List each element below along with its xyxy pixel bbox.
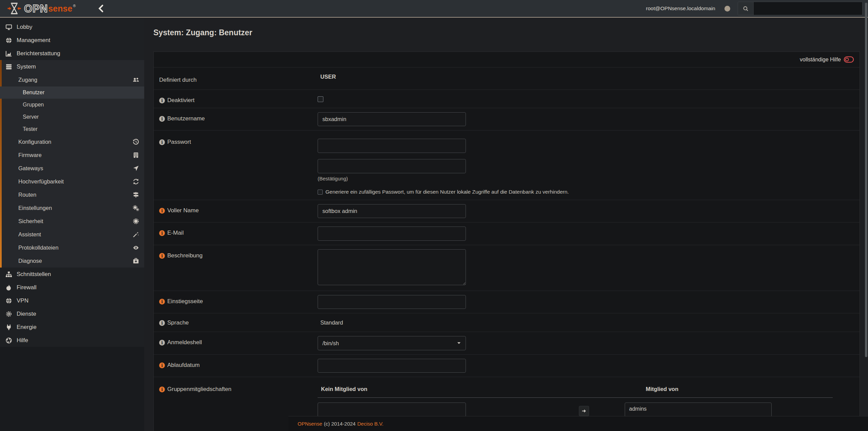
- row-fullname: i Voller Name: [154, 200, 860, 222]
- expires-input[interactable]: [318, 359, 466, 373]
- users-icon: [133, 77, 139, 83]
- logo-text-opn: OPN: [24, 3, 48, 14]
- info-icon[interactable]: i: [159, 116, 165, 122]
- list-item[interactable]: admins: [625, 404, 771, 414]
- fullname-input[interactable]: [318, 204, 466, 218]
- firmware-icon: [133, 152, 139, 158]
- info-icon[interactable]: i: [159, 299, 165, 305]
- desktop-icon: [5, 24, 12, 31]
- fire-icon: [5, 284, 12, 291]
- server-icon: [5, 63, 12, 70]
- footer-copyright: (c) 2014-2024: [324, 421, 356, 427]
- sidebar-item-einstellungen[interactable]: Einstellungen: [0, 201, 144, 215]
- username-input[interactable]: [318, 112, 466, 126]
- sidebar-item-diagnose[interactable]: Diagnose: [0, 254, 144, 268]
- defined-by-value: USER: [318, 74, 336, 80]
- row-comment: i Beschreibung: [154, 245, 860, 291]
- status-indicator[interactable]: [724, 6, 730, 12]
- main-content: System: Zugang: Benutzer vollständige Hi…: [144, 18, 868, 431]
- sidebar-item-konfiguration[interactable]: Konfiguration: [0, 135, 144, 149]
- info-icon[interactable]: i: [159, 320, 165, 326]
- globe-icon: [5, 37, 12, 44]
- info-icon[interactable]: i: [159, 387, 165, 392]
- sidebar-item-dienste[interactable]: Dienste: [0, 307, 144, 320]
- sidebar-item-berichterstattung[interactable]: Berichterstattung: [0, 47, 144, 60]
- sidebar-menu: Lobby Management Berichterstattung Syste…: [0, 18, 144, 347]
- email-input[interactable]: [318, 227, 466, 241]
- globe-icon: [5, 297, 12, 304]
- info-icon[interactable]: i: [159, 208, 165, 214]
- scrollbar-thumb[interactable]: [865, 3, 867, 357]
- opnsense-logo[interactable]: OPN sense ®: [7, 2, 76, 15]
- info-icon[interactable]: i: [159, 363, 165, 368]
- plug-icon: [5, 324, 12, 331]
- comment-textarea[interactable]: [318, 249, 466, 285]
- disabled-checkbox[interactable]: [318, 96, 323, 102]
- logo-text-sense: sense: [48, 4, 72, 13]
- add-to-group-button[interactable]: [579, 406, 589, 416]
- opnsense-hourglass-icon: [7, 2, 21, 15]
- sidebar-item-lobby[interactable]: Lobby: [0, 20, 144, 34]
- sidebar-collapse-button[interactable]: [97, 4, 106, 13]
- sidebar-item-protokolldateien[interactable]: Protokolldateien: [0, 241, 144, 254]
- sidebar-item-benutzer[interactable]: Benutzer: [0, 86, 144, 99]
- medkit-icon: [133, 258, 139, 264]
- info-icon[interactable]: i: [159, 340, 165, 346]
- sidebar-item-hochverfuegbarkeit[interactable]: Hochverfügbarkeit: [0, 175, 144, 188]
- generate-password-checkbox[interactable]: [318, 190, 323, 195]
- sidebar-item-assistent[interactable]: Assistent: [0, 228, 144, 241]
- sidebar-item-sicherheit[interactable]: Sicherheit: [0, 215, 144, 228]
- landing-page-input[interactable]: [318, 295, 466, 309]
- sidebar-item-gateways[interactable]: Gateways: [0, 162, 144, 175]
- full-help-label: vollständige Hilfe: [800, 57, 841, 63]
- row-defined-by: Definiert durch USER: [154, 67, 860, 90]
- info-icon[interactable]: i: [159, 139, 165, 145]
- footer-deciso-link[interactable]: Deciso B.V.: [357, 421, 383, 427]
- sidebar-item-firmware[interactable]: Firmware: [0, 149, 144, 162]
- sidebar-item-zugang[interactable]: Zugang: [0, 73, 144, 86]
- sidebar-item-tester[interactable]: Tester: [0, 123, 144, 135]
- search-box: [738, 2, 863, 15]
- user-form-panel: vollständige Hilfe Definiert durch USER …: [153, 52, 860, 431]
- info-icon[interactable]: i: [159, 253, 165, 259]
- sync-icon: [133, 178, 139, 185]
- search-input[interactable]: [754, 2, 862, 15]
- sidebar-expanded-system: System Zugang Benutzer Gruppen Server Te…: [0, 60, 144, 268]
- life-ring-icon: [5, 337, 12, 344]
- sidebar-item-management[interactable]: Management: [0, 34, 144, 47]
- password-input[interactable]: [318, 139, 466, 153]
- sidebar-item-system[interactable]: System: [0, 60, 144, 73]
- sidebar-item-server[interactable]: Server: [0, 111, 144, 123]
- topbar-right: root@OPNsense.localdomain: [646, 2, 863, 15]
- chart-area-icon: [5, 50, 12, 57]
- password-confirm-caption: (Bestätigung): [318, 176, 860, 181]
- full-help-toggle-icon[interactable]: [844, 56, 854, 63]
- language-value: Standard: [318, 319, 343, 326]
- row-disabled: i Deaktiviert: [154, 90, 860, 108]
- page-title: System: Zugang: Benutzer: [153, 28, 868, 37]
- sidebar-item-routen[interactable]: Routen: [0, 188, 144, 201]
- certificate-icon: [133, 218, 139, 224]
- sidebar-item-vpn[interactable]: VPN: [0, 294, 144, 307]
- sidebar-item-energie[interactable]: Energie: [0, 320, 144, 334]
- cogs-icon: [133, 205, 139, 211]
- logged-in-user: root@OPNsense.localdomain: [646, 5, 715, 12]
- info-icon[interactable]: i: [159, 98, 165, 103]
- eye-icon: [133, 244, 139, 251]
- magic-wand-icon: [133, 231, 139, 238]
- info-icon[interactable]: i: [159, 230, 165, 236]
- sidebar-item-hilfe[interactable]: Hilfe: [0, 334, 144, 347]
- member-of-header: Mitglied von: [646, 386, 678, 392]
- footer-opnsense-link[interactable]: OPNsense: [298, 421, 322, 427]
- footer: OPNsense (c) 2014-2024 Deciso B.V.: [288, 416, 868, 431]
- sidebar-item-gruppen[interactable]: Gruppen: [0, 99, 144, 111]
- arrow-right-icon: [581, 408, 587, 414]
- password-confirm-input[interactable]: [318, 159, 466, 173]
- search-icon: [738, 2, 754, 15]
- row-password: i Passwort (Bestätigung) Generiere ein z…: [154, 131, 860, 200]
- sidebar-item-schnittstellen[interactable]: Schnittstellen: [0, 268, 144, 281]
- row-username: i Benutzername: [154, 108, 860, 131]
- gear-icon: [5, 311, 12, 317]
- shell-select[interactable]: /bin/sh: [318, 336, 466, 350]
- sidebar-item-firewall[interactable]: Firewall: [0, 281, 144, 294]
